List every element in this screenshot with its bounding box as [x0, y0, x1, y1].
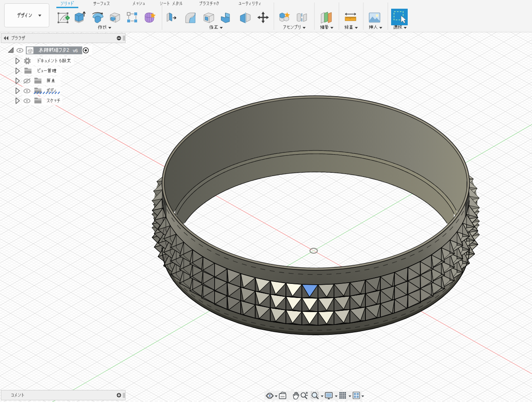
svg-text:v6: v6	[73, 48, 78, 53]
svg-text:2: 2	[66, 47, 69, 53]
